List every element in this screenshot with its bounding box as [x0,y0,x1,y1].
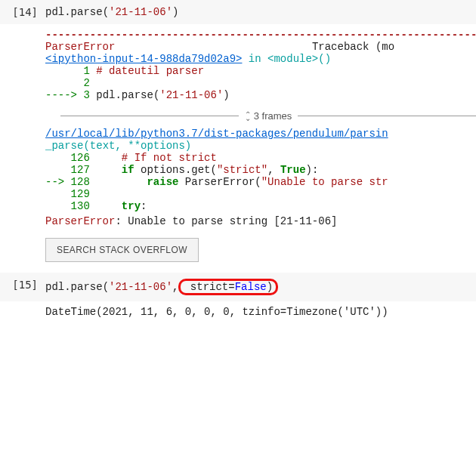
code-cell-14[interactable]: [14] pdl.parse('21-11-06') [0,0,476,24]
string-arg: '21-11-06' [109,281,172,293]
lineno: 128 [71,176,90,188]
ipython-frame: <ipython-input-14-988da79d02a9> in <modu… [45,53,476,65]
file-link[interactable]: /usr/local/lib/python3.7/dist-packages/p… [45,128,388,140]
output-cell-15: DateTime(2021, 11, 6, 0, 0, 0, tzinfo=Ti… [0,301,476,322]
highlight-box: strict=False) [178,279,278,295]
kwarg-value: False [235,281,267,293]
cell-prompt: [15] [0,279,45,291]
code-body[interactable]: pdl.parse('21-11-06') [45,6,476,18]
error-message: : Unable to parse string [21-11-06] [115,215,337,227]
comment: # If not strict [122,152,217,164]
body-line-126: 126 # If not strict [45,152,476,164]
func-name: pdl.parse [45,6,103,18]
code-cell-15[interactable]: [15] pdl.parse('21-11-06', strict=False) [0,273,476,301]
body-line-130: 130 try: [45,200,476,212]
func-frame: _parse(text, **options) [45,140,476,152]
output-text: DateTime(2021, 11, 6, 0, 0, 0, tzinfo=Ti… [45,306,476,318]
comment: # dateutil parser [96,65,204,77]
ipython-input-link[interactable]: <ipython-input-14-988da79d02a9> [45,53,242,65]
src-line-2: 2 [45,77,476,89]
lineno: 127 [71,164,90,176]
kwarg-name: strict [190,281,228,293]
cell-prompt: [14] [0,6,45,18]
traceback-output: ----------------------------------------… [0,24,476,273]
body-line-128: --> 128 raise ParserError("Unable to par… [45,176,476,188]
arrow: --> [45,176,71,188]
frames-separator[interactable]: ⌃⌄ 3 frames [45,110,476,122]
final-error: ParserError: Unable to parse string [21-… [45,215,476,227]
func-name: _parse [45,140,83,152]
divider-dashes: ----------------------------------------… [45,29,476,41]
string-arg: '21-11-06' [109,6,172,18]
error-class: ParserError [45,215,115,227]
lineno: 2 [83,77,89,89]
body-line-127: 127 if options.get("strict", True): [45,164,476,176]
module-name: <module> [267,53,318,65]
file-frame: /usr/local/lib/python3.7/dist-packages/p… [45,128,476,140]
arrow: ----> [45,89,83,101]
error-header: ParserError Traceback (mo [45,41,476,53]
sep-line-left [60,116,239,116]
prompt-number: 15 [19,279,32,291]
func-name: pdl.parse [45,281,103,293]
lineno: 1 [83,65,89,77]
chevron-updown-icon: ⌃⌄ [245,113,251,120]
lineno: 126 [71,152,90,164]
src-line-1: 1 # dateutil parser [45,65,476,77]
lineno: 130 [71,200,90,212]
traceback-label: Traceback (mo [312,41,394,53]
frames-expand[interactable]: ⌃⌄ 3 frames [239,110,298,122]
search-stack-overflow-button[interactable]: SEARCH STACK OVERFLOW [45,238,199,262]
sep-line-right [298,116,476,116]
frames-count: 3 frames [254,110,292,122]
src-line-3: ----> 3 pdl.parse('21-11-06') [45,89,476,101]
lineno: 3 [83,89,89,101]
code-body[interactable]: pdl.parse('21-11-06', strict=False) [45,279,476,295]
lineno: 129 [71,188,90,200]
error-class: ParserError [45,41,115,53]
prompt-number: 14 [19,6,32,18]
body-line-129: 129 [45,188,476,200]
